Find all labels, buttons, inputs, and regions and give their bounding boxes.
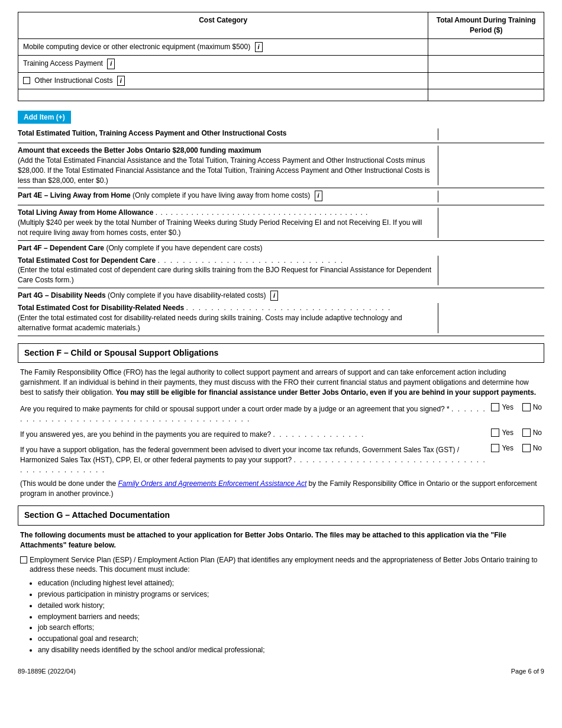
q3-note: (This would be done under the Family Ord… xyxy=(20,479,542,499)
row-tap-label: Training Access Payment i xyxy=(18,56,428,73)
q3-yes-checkbox[interactable] xyxy=(491,444,499,452)
esp-row: Employment Service Plan (ESP) / Employme… xyxy=(20,555,542,575)
info-icon-mobile[interactable]: i xyxy=(255,42,263,52)
q1-no-checkbox[interactable] xyxy=(522,403,531,411)
row-other-text: Other Instructional Costs xyxy=(34,76,112,85)
section-f-content: The Family Responsibility Office (FRO) h… xyxy=(18,368,544,498)
total-tuition-text: Total Estimated Tuition, Training Access… xyxy=(18,129,287,137)
q3-label: If you have a support obligation, has th… xyxy=(20,445,491,475)
info-icon-tap[interactable]: i xyxy=(107,59,115,69)
q3-note-prefix: (This would be done under the xyxy=(20,479,118,488)
total-dependent-label-block: Total Estimated Cost for Dependent Care … xyxy=(18,256,438,285)
q1-yes-checkbox[interactable] xyxy=(491,403,499,411)
exceeds-row: Amount that exceeds the Better Jobs Onta… xyxy=(18,146,544,188)
exceeds-label-block: Amount that exceeds the Better Jobs Onta… xyxy=(18,146,438,185)
row-mobile-label: Mobile computing device or other electro… xyxy=(18,38,428,56)
section-f-header: Section F – Child or Spousal Support Obl… xyxy=(18,343,544,363)
total-dependent-label: Total Estimated Cost for Dependent Care xyxy=(18,256,156,265)
row-mobile-value[interactable] xyxy=(428,38,544,56)
list-item: detailed work history; xyxy=(38,601,542,611)
dotted-living xyxy=(156,208,369,217)
section-f-bold: You may still be eligible for financial … xyxy=(115,388,536,397)
total-living-label-block: Total Living Away from Home Allowance (M… xyxy=(18,208,438,237)
q3-row: If you have a support obligation, has th… xyxy=(20,443,542,475)
total-disability-label-block: Total Estimated Cost for Disability-Rela… xyxy=(18,303,438,333)
list-item: education (including highest level attai… xyxy=(38,578,542,588)
part4f-row: Part 4F – Dependent Care (Only complete … xyxy=(18,243,544,253)
exceeds-label: Amount that exceeds the Better Jobs Onta… xyxy=(18,146,433,156)
row-empty-label xyxy=(18,89,428,101)
q3-no-label: No xyxy=(533,443,542,453)
form-number: 89-1889E (2022/04) xyxy=(18,667,76,676)
row-empty-value xyxy=(428,89,544,101)
part4g-row: Part 4G – Disability Needs (Only complet… xyxy=(18,291,544,301)
part4e-value xyxy=(438,191,544,202)
total-living-desc: (Multiply $240 per week by the total Num… xyxy=(18,218,433,238)
q1-options: Yes No xyxy=(491,402,542,413)
q3-options: Yes No xyxy=(491,443,542,453)
part4e-label: Part 4E – Living Away from Home xyxy=(18,191,131,199)
bullet-list: education (including highest level attai… xyxy=(38,578,542,655)
info-icon-4g[interactable]: i xyxy=(270,291,278,301)
footer: 89-1889E (2022/04) Page 6 of 9 xyxy=(18,667,544,676)
list-item: any disability needs identified by the s… xyxy=(38,645,542,655)
table-row: Training Access Payment i xyxy=(18,56,544,73)
part4e-condition: (Only complete if you have living away f… xyxy=(133,191,310,199)
row-other-label: Other Instructional Costs i xyxy=(18,72,428,89)
q2-no-checkbox[interactable] xyxy=(522,429,531,437)
exceeds-desc: (Add the Total Estimated Financial Assis… xyxy=(18,156,433,185)
total-dependent-desc: (Enter the total estimated cost of depen… xyxy=(18,265,433,285)
info-icon-other[interactable]: i xyxy=(117,76,125,86)
total-dependent-row: Total Estimated Cost for Dependent Care … xyxy=(18,256,544,288)
section-g-content: The following documents must be attached… xyxy=(18,530,544,655)
q2-no-label: No xyxy=(533,428,542,438)
q2-text: If you answered yes, are you behind in t… xyxy=(20,430,271,439)
section-g-intro: The following documents must be attached… xyxy=(20,530,542,550)
checkbox-other[interactable] xyxy=(23,77,30,84)
table-row: Other Instructional Costs i xyxy=(18,72,544,89)
esp-checkbox[interactable] xyxy=(20,556,27,563)
section-f-body: The Family Responsibility Office (FRO) h… xyxy=(20,368,542,397)
row-tap-text: Training Access Payment xyxy=(23,59,103,67)
part4g-label: Part 4G – Disability Needs xyxy=(18,291,106,299)
q3-no-checkbox[interactable] xyxy=(522,444,531,452)
part4f-label: Part 4F – Dependent Care xyxy=(18,244,104,252)
esp-label: Employment Service Plan (ESP) / Employme… xyxy=(30,555,542,575)
total-dependent-value[interactable] xyxy=(438,256,544,285)
list-item: job search efforts; xyxy=(38,623,542,633)
total-living-label: Total Living Away from Home Allowance xyxy=(18,208,153,217)
q1-no-label: No xyxy=(533,402,542,413)
cost-category-table: Cost Category Total Amount During Traini… xyxy=(18,12,544,101)
q1-yes-label: Yes xyxy=(502,402,513,413)
row-mobile-text: Mobile computing device or other electro… xyxy=(23,43,250,51)
q1-row: Are you required to make payments for ch… xyxy=(20,402,542,424)
add-item-button[interactable]: Add Item (+) xyxy=(18,111,71,124)
table-row: Mobile computing device or other electro… xyxy=(18,38,544,56)
q2-label: If you answered yes, are you behind in t… xyxy=(20,430,491,440)
total-disability-label: Total Estimated Cost for Disability-Rela… xyxy=(18,304,184,312)
q2-yes-checkbox[interactable] xyxy=(491,429,499,437)
part4f-condition: (Only complete if you have dependent car… xyxy=(106,244,262,252)
list-item: previous participation in ministry progr… xyxy=(38,590,542,600)
total-disability-value[interactable] xyxy=(438,303,544,333)
info-icon-4e[interactable]: i xyxy=(315,191,322,201)
section-g-header: Section G – Attached Documentation xyxy=(18,505,544,526)
total-tuition-label: Total Estimated Tuition, Training Access… xyxy=(18,128,438,140)
part4e-label-block: Part 4E – Living Away from Home (Only co… xyxy=(18,191,438,202)
total-tuition-value[interactable] xyxy=(438,128,544,140)
q2-row: If you answered yes, are you behind in t… xyxy=(20,428,542,440)
exceeds-value[interactable] xyxy=(438,146,544,185)
q3-note-link[interactable]: Family Orders and Agreements Enforcement… xyxy=(118,479,306,488)
total-disability-row: Total Estimated Cost for Disability-Rela… xyxy=(18,303,544,336)
q2-yes-label: Yes xyxy=(502,428,513,438)
page-number: Page 6 of 9 xyxy=(511,667,544,676)
list-item: occupational goal and research; xyxy=(38,634,542,644)
total-tuition-row: Total Estimated Tuition, Training Access… xyxy=(18,128,544,143)
total-disability-desc: (Enter the total estimated cost for disa… xyxy=(18,313,433,333)
row-tap-value[interactable] xyxy=(428,56,544,73)
col-header-category: Cost Category xyxy=(18,12,428,39)
total-living-value[interactable] xyxy=(438,208,544,237)
row-other-value[interactable] xyxy=(428,72,544,89)
q1-label: Are you required to make payments for ch… xyxy=(20,404,491,424)
part4e-row: Part 4E – Living Away from Home (Only co… xyxy=(18,191,544,205)
